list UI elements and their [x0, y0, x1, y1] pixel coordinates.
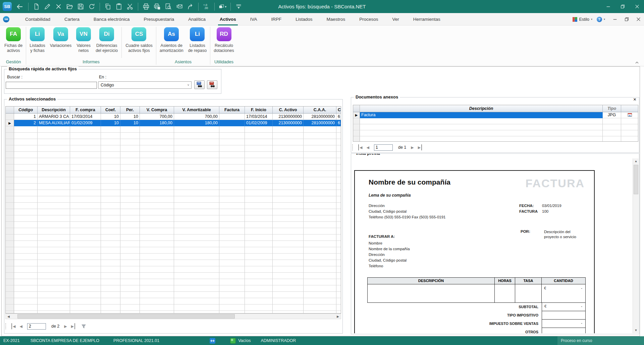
grid-cell[interactable] [245, 298, 273, 304]
document-icon-cell[interactable] [621, 124, 638, 130]
grid-cell[interactable] [140, 139, 174, 145]
grid-cell[interactable]: 10 [120, 114, 140, 120]
grid-cell[interactable] [174, 311, 219, 314]
grid-cell[interactable] [120, 266, 140, 273]
grid-cell[interactable] [245, 222, 273, 228]
grid-cell[interactable] [245, 209, 273, 215]
grid-cell[interactable] [219, 126, 245, 133]
grid-cell[interactable] [38, 228, 70, 234]
row-selector-cell[interactable] [6, 196, 14, 203]
table-row[interactable] [6, 164, 341, 171]
row-selector-cell[interactable] [6, 177, 14, 184]
grid-cell[interactable] [245, 203, 273, 209]
grid-cell[interactable] [38, 190, 70, 196]
grid-cell[interactable] [101, 145, 120, 152]
grid-cell[interactable] [140, 247, 174, 254]
grid-cell[interactable]: 10 [120, 120, 140, 126]
grid-cell[interactable] [120, 241, 140, 247]
grid-cell[interactable] [174, 260, 219, 266]
grid-cell[interactable] [101, 247, 120, 254]
grid-cell[interactable] [336, 254, 341, 260]
grid-cell[interactable] [140, 292, 174, 298]
grid-cell[interactable] [245, 241, 273, 247]
grid-cell[interactable] [14, 126, 38, 133]
column-header[interactable]: Descripción [360, 105, 603, 112]
grid-cell[interactable] [70, 247, 101, 254]
grid-cell[interactable] [304, 285, 336, 292]
remote-support-icon[interactable] [210, 338, 215, 344]
grid-cell[interactable] [70, 311, 101, 314]
grid-cell[interactable] [336, 285, 341, 292]
grid-cell[interactable] [101, 158, 120, 164]
minimize-icon[interactable] [606, 4, 610, 9]
grid-cell[interactable] [70, 279, 101, 285]
grid-cell[interactable] [101, 139, 120, 145]
grid-cell[interactable] [304, 304, 336, 311]
row-selector-cell[interactable] [6, 279, 14, 285]
restore-icon[interactable] [621, 4, 625, 9]
table-row[interactable] [6, 292, 341, 298]
table-row[interactable] [6, 215, 341, 222]
grid-cell[interactable] [174, 139, 219, 145]
grid-cell[interactable] [336, 177, 341, 184]
grid-cell[interactable] [120, 203, 140, 209]
grid-cell[interactable]: 700,00 [174, 114, 219, 120]
grid-cell[interactable] [101, 279, 120, 285]
grid-cell[interactable] [245, 234, 273, 241]
menu-cartera[interactable]: Cartera [57, 13, 87, 25]
grid-cell[interactable] [14, 279, 38, 285]
ribbon-button-diferencias-del-ejercicio[interactable]: DiDiferenciasdel ejercicio [93, 27, 120, 53]
menu-activos[interactable]: Activos [213, 13, 243, 25]
grid-cell[interactable] [245, 196, 273, 203]
grid-cell[interactable] [603, 130, 621, 136]
grid-cell[interactable] [101, 298, 120, 304]
grid-cell[interactable] [120, 234, 140, 241]
row-selector-cell[interactable] [6, 164, 14, 171]
grid-cell[interactable] [174, 304, 219, 311]
grid-cell[interactable]: 17/03/2014 [70, 114, 101, 120]
table-row[interactable] [6, 145, 341, 152]
grid-cell[interactable] [140, 158, 174, 164]
grid-cell[interactable] [70, 298, 101, 304]
grid-cell[interactable] [120, 209, 140, 215]
grid-cell[interactable] [273, 222, 304, 228]
grid-cell[interactable] [174, 184, 219, 190]
grid-cell[interactable] [70, 273, 101, 279]
grid-cell[interactable] [304, 133, 336, 139]
refresh-icon[interactable] [88, 3, 96, 10]
grid-cell[interactable] [140, 190, 174, 196]
row-selector-cell[interactable] [6, 228, 14, 234]
grid-cell[interactable] [140, 285, 174, 292]
grid-cell[interactable] [336, 228, 341, 234]
first-page-button[interactable]: ◀ [358, 144, 362, 150]
grid-cell[interactable] [245, 247, 273, 254]
grid-cell[interactable]: 180,00 [140, 120, 174, 126]
document-row[interactable] [353, 136, 638, 142]
document-icon-cell[interactable] [621, 136, 638, 142]
grid-cell[interactable]: 01/02/2009 [245, 120, 273, 126]
grid-cell[interactable] [273, 234, 304, 241]
grid-cell[interactable] [120, 254, 140, 260]
grid-cell[interactable] [245, 260, 273, 266]
grid-cell[interactable] [140, 209, 174, 215]
grid-cell[interactable] [101, 164, 120, 171]
grid-cell[interactable] [38, 279, 70, 285]
grid-cell[interactable] [140, 241, 174, 247]
menu-iva[interactable]: IVA [243, 13, 264, 25]
grid-cell[interactable] [304, 139, 336, 145]
grid-cell[interactable] [70, 190, 101, 196]
grid-cell[interactable] [336, 164, 341, 171]
table-row[interactable] [6, 298, 341, 304]
grid-cell[interactable] [273, 209, 304, 215]
grid-cell[interactable] [304, 254, 336, 260]
row-selector-cell[interactable]: ▶ [353, 112, 360, 118]
grid-cell[interactable] [336, 190, 341, 196]
grid-cell[interactable]: 01/02/2009 [70, 120, 101, 126]
grid-cell[interactable] [140, 298, 174, 304]
new-document-icon[interactable] [33, 3, 40, 10]
table-row[interactable] [6, 234, 341, 241]
grid-cell[interactable] [273, 241, 304, 247]
grid-cell[interactable] [120, 171, 140, 177]
grid-cell[interactable] [120, 273, 140, 279]
grid-cell[interactable] [273, 273, 304, 279]
